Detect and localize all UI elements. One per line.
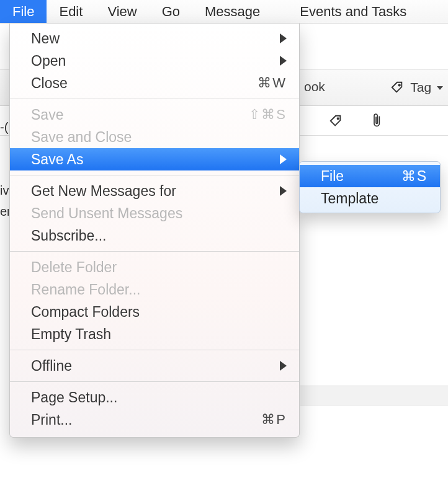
menu-item-compact-folders[interactable]: Compact Folders bbox=[10, 301, 299, 323]
menu-item-label: Save As bbox=[31, 151, 280, 168]
partial-toolbar-label: ook bbox=[304, 79, 325, 94]
pane-divider bbox=[300, 386, 448, 405]
svg-point-1 bbox=[338, 118, 339, 119]
menu-item-label: Send Unsent Messages bbox=[31, 205, 287, 222]
menu-item-label: Close bbox=[31, 75, 258, 92]
menu-item-label: Rename Folder... bbox=[31, 281, 287, 298]
menu-item-save: Save⇧⌘S bbox=[10, 104, 299, 126]
menu-separator bbox=[10, 350, 299, 350]
menu-item-label: Get New Messages for bbox=[31, 183, 280, 200]
menu-separator bbox=[10, 175, 299, 175]
menu-item-open[interactable]: Open bbox=[10, 50, 299, 72]
menu-item-label: Save and Close bbox=[31, 129, 287, 146]
menu-item-page-setup[interactable]: Page Setup... bbox=[10, 386, 299, 409]
menu-item-label: Open bbox=[31, 53, 280, 69]
menubar-item-go[interactable]: Go bbox=[150, 0, 192, 23]
save-as-submenu: File⌘STemplate bbox=[299, 161, 441, 213]
menubar-item-message[interactable]: Message bbox=[192, 0, 272, 23]
menu-item-new[interactable]: New bbox=[10, 27, 299, 50]
menu-separator bbox=[10, 99, 299, 99]
file-menu: NewOpenClose⌘WSave⇧⌘SSave and CloseSave … bbox=[9, 24, 300, 438]
submenu-arrow-icon bbox=[280, 154, 287, 164]
paperclip-icon[interactable] bbox=[371, 113, 383, 129]
tag-button-label: Tag bbox=[410, 80, 431, 94]
menu-separator bbox=[10, 251, 299, 252]
menubar-item-edit[interactable]: Edit bbox=[47, 0, 95, 23]
chevron-down-icon bbox=[437, 86, 443, 90]
submenu-item-shortcut: ⌘S bbox=[401, 168, 428, 185]
menu-item-label: Compact Folders bbox=[31, 304, 287, 321]
menu-item-empty-trash[interactable]: Empty Trash bbox=[10, 323, 299, 345]
menu-item-close[interactable]: Close⌘W bbox=[10, 72, 299, 94]
menubar-item-events-and-tasks[interactable]: Events and Tasks bbox=[287, 0, 419, 23]
submenu-arrow-icon bbox=[280, 33, 287, 43]
menu-item-print[interactable]: Print...⌘P bbox=[10, 409, 299, 431]
menu-item-label: Page Setup... bbox=[31, 389, 287, 406]
submenu-item-label: File bbox=[321, 168, 401, 185]
menu-item-get-new-messages-for[interactable]: Get New Messages for bbox=[10, 180, 299, 202]
menu-item-label: Save bbox=[31, 107, 249, 123]
tag-button[interactable]: Tag bbox=[410, 80, 443, 95]
menu-separator bbox=[10, 381, 299, 382]
menu-item-offline[interactable]: Offline bbox=[10, 355, 299, 377]
menu-item-shortcut: ⌘W bbox=[258, 75, 287, 91]
menu-item-label: Subscribe... bbox=[31, 228, 287, 244]
menu-item-save-and-close: Save and Close bbox=[10, 126, 299, 148]
menu-item-label: Empty Trash bbox=[31, 326, 287, 343]
menubar-item-file[interactable]: File bbox=[0, 0, 47, 23]
submenu-item-file[interactable]: File⌘S bbox=[300, 165, 440, 187]
menu-item-rename-folder: Rename Folder... bbox=[10, 278, 299, 301]
menu-item-label: Print... bbox=[31, 412, 261, 428]
menu-item-delete-folder: Delete Folder bbox=[10, 256, 299, 278]
submenu-arrow-icon bbox=[280, 56, 287, 66]
submenu-item-label: Template bbox=[321, 190, 428, 207]
submenu-arrow-icon bbox=[280, 186, 287, 196]
menu-item-label: Delete Folder bbox=[31, 259, 287, 276]
menubar-item-view[interactable]: View bbox=[95, 0, 149, 23]
submenu-arrow-icon bbox=[280, 361, 287, 371]
submenu-item-template[interactable]: Template bbox=[300, 187, 440, 210]
menu-item-save-as[interactable]: Save As bbox=[10, 148, 299, 170]
tag-outline-icon[interactable] bbox=[329, 114, 343, 128]
menu-item-shortcut: ⇧⌘S bbox=[249, 107, 287, 123]
menu-item-label: Offline bbox=[31, 358, 280, 374]
tag-icon bbox=[390, 81, 404, 94]
menu-item-send-unsent-messages: Send Unsent Messages bbox=[10, 202, 299, 224]
menu-item-shortcut: ⌘P bbox=[261, 412, 287, 428]
svg-point-0 bbox=[399, 84, 401, 86]
menubar: FileEditViewGoMessageEvents and Tasks bbox=[0, 0, 448, 24]
menu-item-subscribe[interactable]: Subscribe... bbox=[10, 224, 299, 247]
menu-item-label: New bbox=[31, 30, 280, 47]
